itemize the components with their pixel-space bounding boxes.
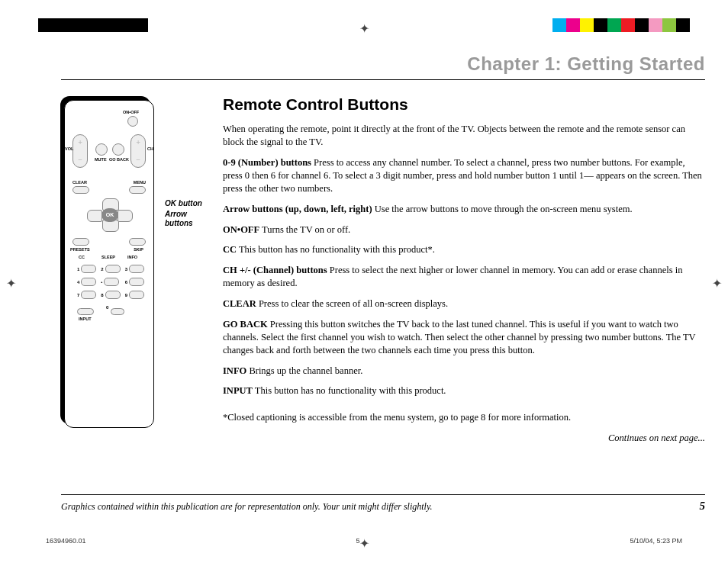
input-button <box>77 308 94 315</box>
label-ch: CH <box>147 146 153 151</box>
entry-lead-1: Arrow buttons (up, down, left, right) <box>223 204 372 214</box>
label-info: INFO <box>127 255 137 259</box>
entry-body-1: Use the arrow buttons to move through th… <box>372 204 633 214</box>
continues-text: Continues on next page... <box>223 432 705 445</box>
entry-lead-5: CLEAR <box>223 298 256 309</box>
disclaimer: Graphics contained within this publicati… <box>61 501 433 513</box>
dpad: OK <box>87 198 133 232</box>
print-info: 16394960.01 5 5/10/04, 5:23 PM <box>46 537 682 545</box>
entry-lead-7: INFO <box>223 365 246 376</box>
section-title: Remote Control Buttons <box>223 94 705 115</box>
entry-lead-6: GO BACK <box>223 319 268 330</box>
entry-body-2: Turns the TV on or off. <box>259 224 350 235</box>
label-presets: PRESETS <box>70 247 90 252</box>
goback-button <box>112 143 124 156</box>
clear-button <box>72 186 89 194</box>
remote-body: ON•OFF +− VOL +− CH MUTE GO BACK C <box>64 100 154 428</box>
entry-body-5: Press to clear the screen of all on-scre… <box>256 298 448 309</box>
label-input: INPUT <box>79 317 92 321</box>
registration-mark-icon: ✦ <box>359 21 369 36</box>
skip-button <box>129 238 146 246</box>
label-goback: GO BACK <box>109 157 129 162</box>
registration-mark-icon: ✦ <box>6 276 16 291</box>
ok-button: OK <box>101 208 118 222</box>
footer-bar: Graphics contained within this publicati… <box>61 494 705 513</box>
entry-lead-0: 0-9 (Number) buttons <box>223 157 311 168</box>
entry-lead-8: INPUT <box>223 385 253 396</box>
ch-rocker: +− <box>130 134 146 168</box>
entry-lead-2: ON•OFF <box>223 224 259 235</box>
menu-button <box>129 186 146 194</box>
timestamp: 5/10/04, 5:23 PM <box>630 537 682 545</box>
label-sleep: SLEEP <box>101 255 115 259</box>
color-bar-left <box>38 18 148 32</box>
entry-body-7: Brings up the channel banner. <box>246 365 362 376</box>
mute-button <box>95 143 108 156</box>
label-mute: MUTE <box>95 157 107 162</box>
callout-arrows: Arrow buttons <box>165 210 207 228</box>
sheet-number: 5 <box>356 537 360 545</box>
remote-illustration: ON•OFF +− VOL +− CH MUTE GO BACK C <box>64 100 154 428</box>
intro-paragraph: When operating the remote, point it dire… <box>223 123 705 149</box>
page-number: 5 <box>700 500 706 513</box>
page-content: Chapter 1: Getting Started ON•OFF +− VOL… <box>61 53 705 520</box>
color-bar-right <box>552 18 690 32</box>
arrow-right-button <box>118 210 133 222</box>
entry-lead-3: CC <box>223 244 237 255</box>
label-clear: CLEAR <box>72 180 87 185</box>
footnote: *Closed captioning is accessible from th… <box>223 411 705 424</box>
presets-button <box>72 238 89 246</box>
entry-lead-4: CH +/- (Channel) buttons <box>223 265 327 275</box>
label-vol: VOL <box>65 146 73 151</box>
entry-body-6: Pressing this button switches the TV bac… <box>223 319 695 355</box>
onoff-button <box>127 116 138 127</box>
callouts: OK button Arrow buttons <box>165 199 207 230</box>
vol-rocker: +− <box>72 134 88 168</box>
chapter-title: Chapter 1: Getting Started <box>61 53 705 80</box>
body-text: Remote Control Buttons When operating th… <box>223 94 705 445</box>
registration-mark-icon: ✦ <box>712 276 722 291</box>
label-cc: CC <box>79 255 85 259</box>
entry-body-3: This button has no functionality with th… <box>237 244 435 255</box>
entry-body-8: This button has no functionality with th… <box>253 385 446 396</box>
arrow-left-button <box>87 210 102 222</box>
label-menu: MENU <box>134 180 146 185</box>
callout-ok: OK button <box>165 199 207 208</box>
label-skip: SKIP <box>134 247 143 252</box>
doc-id: 16394960.01 <box>46 537 86 545</box>
label-onoff: ON•OFF <box>123 110 139 114</box>
number-pad: 1 2 3 4 • 6 7 8 9 <box>77 265 143 299</box>
zero-button <box>111 308 124 315</box>
